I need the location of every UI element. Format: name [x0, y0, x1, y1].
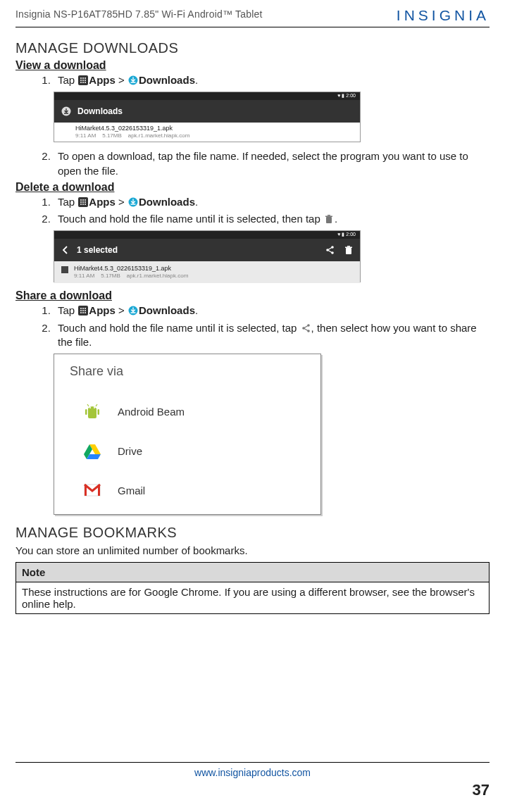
download-circle-icon	[128, 75, 138, 85]
steps-delete-download: Tap Apps > Downloads. Touch and hold the…	[49, 195, 490, 227]
svg-line-51	[96, 404, 97, 406]
steps-view-download-cont: To open a download, tap the file name. I…	[49, 149, 490, 178]
svg-point-14	[82, 199, 84, 201]
svg-point-2	[82, 77, 84, 79]
share-icon	[301, 323, 311, 333]
download-circle-icon	[128, 306, 138, 316]
svg-point-34	[82, 308, 84, 309]
share-icon[interactable]	[325, 245, 335, 255]
apps-icon	[78, 197, 88, 207]
page-header: Insignia NS-P16AT785HD 7.85" Wi-Fi Andro…	[15, 7, 490, 27]
download-list-item[interactable]: HiMarket4.5.3_0226153319_1.apk 9:11 AM 5…	[54, 123, 360, 141]
steps-share-download: Tap Apps > Downloads. Touch and hold the…	[49, 304, 490, 349]
svg-rect-49	[98, 409, 100, 415]
section-manage-bookmarks: MANAGE BOOKMARKS	[15, 525, 490, 541]
svg-point-41	[85, 312, 86, 313]
status-bar: ♥ ▮ 2:00	[54, 231, 360, 239]
svg-point-15	[85, 199, 86, 201]
svg-point-47	[94, 407, 95, 408]
drive-icon	[82, 441, 102, 461]
svg-rect-24	[325, 216, 332, 218]
status-bar: ♥ ▮ 2:00	[54, 92, 360, 100]
svg-point-8	[82, 82, 84, 83]
share-dialog-title: Share via	[68, 364, 320, 379]
back-arrow-icon[interactable]	[61, 246, 70, 254]
download-circle-icon	[61, 106, 71, 116]
svg-point-1	[80, 77, 82, 79]
android-icon	[82, 401, 102, 421]
heading-share-download: Share a download	[15, 289, 490, 302]
svg-point-36	[80, 310, 82, 311]
svg-point-35	[85, 308, 86, 309]
gmail-icon	[82, 480, 102, 500]
product-title: Insignia NS-P16AT785HD 7.85" Wi-Fi Andro…	[15, 7, 263, 20]
heading-view-download: View a download	[15, 59, 490, 72]
brand-logo: INSIGNIA	[397, 7, 490, 24]
svg-point-21	[85, 204, 86, 205]
screenshot-downloads: ♥ ▮ 2:00 Downloads HiMarket4.5.3_0226153…	[54, 92, 361, 142]
selection-toolbar: 1 selected	[54, 239, 360, 261]
svg-point-4	[80, 80, 82, 81]
svg-point-37	[82, 310, 84, 311]
footer-url: www.insigniaproducts.com	[15, 767, 490, 778]
note-box: Note These instructions are for Google C…	[15, 562, 490, 614]
page-footer: www.insigniaproducts.com 37	[15, 762, 490, 799]
svg-point-18	[85, 201, 86, 203]
step-item: Tap Apps > Downloads.	[54, 195, 490, 209]
svg-line-50	[87, 404, 89, 406]
svg-point-19	[80, 204, 82, 205]
svg-rect-31	[347, 246, 350, 247]
svg-rect-53	[85, 485, 87, 496]
step-item: To open a download, tap the file name. I…	[54, 149, 490, 178]
svg-point-7	[80, 82, 82, 83]
svg-rect-48	[85, 409, 87, 415]
svg-rect-25	[328, 215, 330, 216]
steps-view-download: Tap Apps > Downloads.	[49, 73, 490, 87]
note-label: Note	[16, 563, 490, 582]
svg-point-3	[85, 77, 86, 79]
svg-point-39	[80, 312, 82, 313]
svg-rect-23	[326, 217, 332, 223]
download-circle-icon	[128, 197, 138, 207]
trash-icon[interactable]	[344, 245, 353, 255]
downloads-app-header: Downloads	[54, 100, 360, 123]
step-item: Touch and hold the file name until it is…	[54, 321, 490, 350]
share-option-android-beam[interactable]: Android Beam	[68, 392, 320, 431]
svg-point-40	[82, 312, 84, 313]
svg-point-46	[89, 407, 91, 408]
screenshot-selected: ♥ ▮ 2:00 1 selected HiMarket4.5.3_022615…	[54, 230, 361, 282]
page-number: 37	[15, 781, 490, 799]
svg-point-16	[80, 201, 82, 203]
svg-point-13	[80, 199, 82, 201]
svg-point-33	[80, 308, 82, 309]
svg-point-20	[82, 204, 84, 205]
svg-point-38	[85, 310, 86, 311]
apps-icon	[78, 306, 88, 316]
step-item: Tap Apps > Downloads.	[54, 73, 490, 87]
apps-icon	[78, 75, 88, 85]
svg-point-6	[85, 80, 86, 81]
svg-rect-29	[346, 248, 351, 254]
bookmarks-intro: You can store an unlimited number of boo…	[15, 544, 490, 558]
screenshot-share-via: Share via Android Beam Drive Gmail	[54, 354, 321, 515]
svg-point-17	[82, 201, 84, 203]
trash-icon	[324, 214, 334, 224]
svg-rect-30	[345, 247, 352, 249]
checkbox-checked-icon[interactable]	[61, 266, 68, 273]
share-option-gmail[interactable]: Gmail	[68, 470, 320, 510]
heading-delete-download: Delete a download	[15, 181, 490, 194]
note-body: These instructions are for Google Chrome…	[16, 582, 490, 614]
step-item: Tap Apps > Downloads.	[54, 304, 490, 318]
step-item: Touch and hold the file name until it is…	[54, 212, 490, 226]
svg-point-9	[85, 82, 86, 83]
svg-rect-54	[98, 485, 100, 496]
share-option-drive[interactable]: Drive	[68, 431, 320, 470]
download-list-item-selected[interactable]: HiMarket4.5.3_0226153319_1.apk 9:11 AM 5…	[54, 261, 360, 282]
svg-point-5	[82, 80, 84, 81]
section-manage-downloads: MANAGE DOWNLOADS	[15, 40, 490, 56]
